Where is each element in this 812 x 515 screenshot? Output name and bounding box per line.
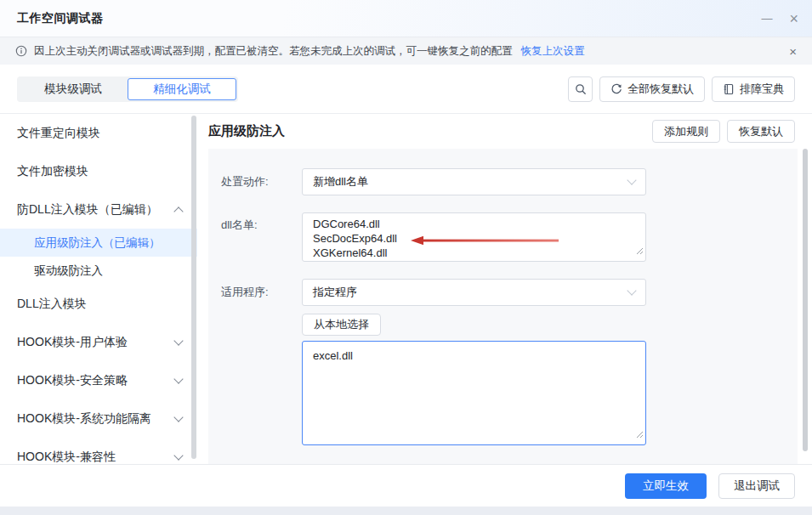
tab-fine-grained-debug[interactable]: 精细化调试 <box>128 78 236 100</box>
dll-list-textarea[interactable]: DGCore64.dll SecDocExp64.dll XGKernel64.… <box>302 212 646 262</box>
header-buttons: 添加规则 恢复默认 <box>652 120 795 143</box>
notice-text: 因上次主动关闭调试器或调试器到期，配置已被清空。若您未完成上次的调试，可一键恢复… <box>34 44 513 59</box>
content-header: 应用级防注入 添加规则 恢复默认 <box>208 114 795 149</box>
action-label: 处置动作: <box>221 174 269 190</box>
main-content: 应用级防注入 添加规则 恢复默认 处置动作: 新增dll名单 dll名单: DG… <box>197 114 812 464</box>
body: 文件重定向模块 文件加密模块 防DLL注入模块（已编辑） 应用级防注入（已编辑）… <box>0 114 812 464</box>
toolbar: 模块级调试 精细化调试 全部恢复默认 排障宝典 <box>0 65 812 114</box>
sidebar-scrollbar[interactable] <box>191 116 196 459</box>
toolbar-right: 全部恢复默认 排障宝典 <box>568 76 795 102</box>
apply-now-button[interactable]: 立即生效 <box>625 473 707 499</box>
program-list-wrap: excel.dll <box>302 341 646 445</box>
sidebar-item-dll-injection[interactable]: DLL注入模块 <box>0 285 197 323</box>
chevron-down-icon <box>627 175 636 184</box>
troubleshooting-handbook-button[interactable]: 排障宝典 <box>712 76 795 102</box>
refresh-icon <box>610 83 622 95</box>
minimize-icon[interactable]: — <box>761 13 772 24</box>
chevron-down-icon <box>173 412 183 422</box>
content-scrollbar[interactable] <box>803 149 808 451</box>
restore-default-button[interactable]: 恢复默认 <box>727 120 795 143</box>
sidebar-item-hook-system-isolation[interactable]: HOOK模块-系统功能隔离 <box>0 399 197 438</box>
sidebar-item-hook-user-experience[interactable]: HOOK模块-用户体验 <box>0 323 197 361</box>
footer: 立即生效 退出调试 <box>0 464 812 507</box>
program-label: 适用程序: <box>221 285 269 300</box>
program-list-textarea[interactable]: excel.dll <box>302 341 646 445</box>
search-icon <box>575 83 587 95</box>
titlebar: 工作空间调试器 — × <box>0 0 812 37</box>
sidebar-item-hook-security-policy[interactable]: HOOK模块-安全策略 <box>0 361 197 399</box>
search-button[interactable] <box>568 76 593 102</box>
dll-list-wrap: DGCore64.dll SecDocExp64.dll XGKernel64.… <box>302 212 646 262</box>
notice-close-icon[interactable]: × <box>789 44 797 59</box>
bottom-strip <box>0 507 812 515</box>
restore-last-settings-link[interactable]: 恢复上次设置 <box>521 44 585 59</box>
info-icon <box>15 45 27 57</box>
dll-list-label: dll名单: <box>221 218 258 233</box>
exit-debug-button[interactable]: 退出调试 <box>718 473 795 499</box>
tab-module-level-debug[interactable]: 模块级调试 <box>19 78 128 100</box>
form-panel: 处置动作: 新增dll名单 dll名单: DGCore64.dll SecDoc… <box>208 149 798 464</box>
window-controls: — × <box>761 11 798 26</box>
sidebar-item-anti-dll-injection[interactable]: 防DLL注入模块（已编辑） <box>0 190 197 229</box>
page-title: 应用级防注入 <box>208 123 285 139</box>
chevron-up-icon <box>173 207 183 216</box>
chevron-down-icon <box>173 450 183 460</box>
restore-all-defaults-button[interactable]: 全部恢复默认 <box>599 76 705 102</box>
chevron-down-icon <box>173 336 183 345</box>
module-sidebar: 文件重定向模块 文件加密模块 防DLL注入模块（已编辑） 应用级防注入（已编辑）… <box>0 114 197 464</box>
chevron-down-icon <box>173 374 183 383</box>
notice-bar: 因上次主动关闭调试器或调试器到期，配置已被清空。若您未完成上次的调试，可一键恢复… <box>0 37 812 65</box>
debug-mode-tabs: 模块级调试 精细化调试 <box>17 76 238 102</box>
window-title: 工作空间调试器 <box>17 11 104 26</box>
sidebar-item-driver-level-anti-injection[interactable]: 驱动级防注入 <box>0 257 197 285</box>
book-icon <box>723 83 735 95</box>
sidebar-item-file-redirect[interactable]: 文件重定向模块 <box>0 114 197 152</box>
sidebar-item-file-encryption[interactable]: 文件加密模块 <box>0 152 197 190</box>
sidebar-item-app-level-anti-injection[interactable]: 应用级防注入（已编辑） <box>0 229 197 257</box>
select-from-local-button[interactable]: 从本地选择 <box>302 314 381 336</box>
action-select[interactable]: 新增dll名单 <box>302 168 646 195</box>
add-rule-button[interactable]: 添加规则 <box>652 120 720 143</box>
chevron-down-icon <box>627 286 636 295</box>
close-icon[interactable]: × <box>789 11 798 26</box>
program-select[interactable]: 指定程序 <box>302 279 646 306</box>
